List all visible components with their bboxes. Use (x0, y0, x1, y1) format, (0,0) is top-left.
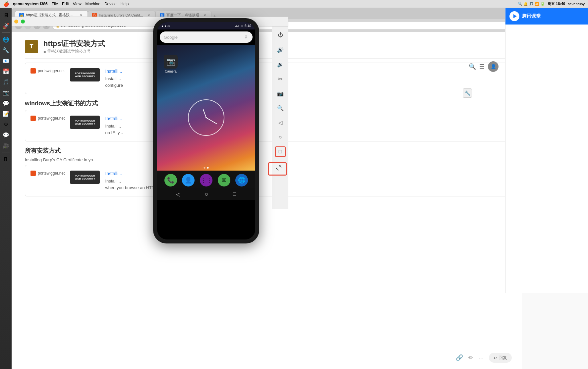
volume-down-btn[interactable]: 🔉 (275, 59, 286, 70)
menubar-right: 🔍 🔔 🎵 📶 🔋 周五 18:40 sevenruby (518, 1, 585, 6)
hamburger-icon[interactable]: ☰ (479, 63, 485, 70)
edit-icon[interactable]: ✏ (468, 354, 473, 361)
red-highlight-box[interactable]: ↖ (268, 162, 287, 176)
dock-calendar[interactable]: 📅 (1, 67, 11, 76)
search-icon[interactable]: 🔍 (469, 63, 476, 70)
emulator-panel: ⏻ 🔊 🔉 ✂ 📷 🔍 ◁ ○ □ ↖ (255, 17, 288, 209)
menu-file[interactable]: File (52, 2, 58, 6)
tencent-header: 腾讯课堂 (505, 8, 588, 25)
browser-top-right: 🔍 ☰ 👤 (469, 61, 499, 72)
google-search-label: Google (164, 35, 178, 40)
phone-search-bar[interactable]: Google 🎙 (160, 31, 253, 43)
dock-wechat[interactable]: 💬 (1, 130, 11, 139)
browser-content: T https证书安装方式 ■ 霍格沃兹测试学院公众号 portswigger.… (12, 32, 588, 369)
dock-tool[interactable]: 🔧 (1, 45, 11, 55)
phone-app-apps[interactable]: ⋮⋮ (200, 174, 212, 186)
card-3-site: portswigger.net (38, 171, 65, 176)
phone-app-messages[interactable]: ✉ (218, 174, 230, 186)
volume-up-btn[interactable]: 🔊 (275, 44, 286, 55)
dot-2 (207, 167, 209, 169)
reply-label: 回复 (499, 355, 507, 361)
card-3-logo: PORTSWIGGERWEB SECURITY (70, 171, 100, 184)
browser-window: 🔒 https证书安装方式 · 霍格沃兹... ✕ B Installing B… (12, 8, 588, 369)
card-3-favicon (30, 171, 36, 176)
emulator-max-btn[interactable] (21, 20, 25, 24)
dock-mail[interactable]: 📧 (1, 56, 11, 65)
dock-launchpad[interactable]: 🚀 (1, 21, 11, 30)
tencent-logo-text: 腾讯课堂 (522, 13, 541, 19)
dock-messages[interactable]: 💬 (1, 98, 11, 108)
card-1-site: portswigger.net (38, 69, 65, 73)
battery-icon-phone: ▭ (167, 25, 170, 27)
cursor-icon: ↖ (275, 166, 279, 172)
phone-camera-app[interactable]: 📷 Camera (164, 55, 178, 73)
tencent-play-btn[interactable] (509, 11, 519, 21)
phone-app-contacts[interactable]: 👤 (182, 174, 195, 186)
user-avatar[interactable]: 👤 (488, 61, 499, 72)
card-3-logo-text: PORTSWIGGERWEB SECURITY (75, 174, 95, 180)
dock-notes[interactable]: 📝 (1, 109, 11, 118)
phone-screen[interactable]: ▲ ■ ▭ ⊿⊿ ▭ 6:40 Google 🎙 📷 (157, 22, 255, 239)
emulator-sidebar: ⏻ 🔊 🔉 ✂ 📷 🔍 ◁ ○ □ ↖ (272, 26, 288, 209)
dock-chrome[interactable]: 🌐 (1, 35, 11, 44)
menu-view[interactable]: View (73, 2, 82, 6)
apple-logo-icon[interactable]: 🍎 (3, 1, 9, 7)
bottom-actions: 🔗 ✏ ··· ↩ 回复 (456, 353, 512, 363)
dock-finder[interactable]: 🖥 (1, 11, 11, 20)
mic-icon[interactable]: 🎙 (244, 34, 249, 40)
wrench-button[interactable]: 🔧 (463, 88, 472, 98)
phone-app-phone[interactable]: 📞 (164, 174, 177, 186)
tencent-panel: 腾讯课堂 (505, 8, 588, 293)
dock-photos[interactable]: 📷 (1, 88, 11, 97)
phone-nav-bar: ◁ ○ □ (157, 188, 255, 200)
home-nav-btn[interactable]: ○ (275, 132, 286, 142)
recents-nav-btn[interactable]: □ (275, 146, 286, 157)
dock-trash[interactable]: 🗑 (1, 154, 11, 164)
emulator-min-btn[interactable] (14, 20, 18, 24)
back-nav-btn[interactable]: ◁ (275, 117, 286, 128)
phone-home-bg[interactable]: 📷 Camera (157, 45, 255, 171)
zoom-btn[interactable]: 🔍 (275, 103, 286, 113)
nav-recents[interactable]: □ (233, 191, 236, 197)
nav-back[interactable]: ◁ (176, 191, 180, 197)
link-icon[interactable]: 🔗 (456, 354, 463, 361)
camera-app-label: Camera (165, 70, 177, 73)
network-icon: ⊿⊿ (235, 25, 239, 27)
dock-zoom[interactable]: 🎥 (1, 141, 11, 150)
phone-container: ▲ ■ ▭ ⊿⊿ ▭ 6:40 Google 🎙 📷 (153, 18, 259, 243)
phone-body: ▲ ■ ▭ ⊿⊿ ▭ 6:40 Google 🎙 📷 (153, 18, 259, 243)
dock-music[interactable]: 🎵 (1, 77, 11, 86)
tencent-logo: 腾讯课堂 (509, 11, 541, 21)
menu-edit[interactable]: Edit (62, 2, 69, 6)
clock-center (206, 117, 207, 118)
tencent-content (505, 25, 588, 32)
menu-machine[interactable]: Machine (86, 2, 100, 6)
card-3-link[interactable]: Installi... (105, 171, 122, 176)
phone-dock: 📞 👤 ⋮⋮ ✉ 🌐 (157, 171, 255, 188)
menu-help[interactable]: Help (121, 2, 129, 6)
battery-percent-icon: ▭ (241, 25, 243, 27)
card-1-logo-text: PORTSWIGGERWEB SECURITY (75, 72, 95, 78)
clock-hour-hand (203, 109, 206, 118)
phone-notch (196, 18, 216, 21)
card-2-link[interactable]: Installi... (105, 116, 122, 121)
phone-app-browser[interactable]: 🌐 (235, 174, 248, 186)
subtitle-icon: ■ (43, 49, 46, 54)
menu-items: File Edit View Machine Device Help (52, 2, 129, 6)
dock-divider-2 (2, 152, 10, 152)
card-2-favicon (30, 116, 36, 121)
nav-home[interactable]: ○ (205, 191, 208, 198)
power-btn[interactable]: ⏻ (275, 30, 286, 40)
webpage: T https证书安装方式 ■ 霍格沃兹测试学院公众号 portswigger.… (12, 32, 588, 369)
dock-settings[interactable]: ⚙ (1, 120, 11, 129)
screenshot-btn[interactable]: 📷 (275, 88, 286, 99)
phone-clock (188, 99, 224, 136)
more-icon[interactable]: ··· (479, 354, 484, 361)
tencent-play-icon (513, 14, 517, 18)
card-1-link[interactable]: Installi... (105, 69, 122, 74)
reply-button[interactable]: ↩ 回复 (489, 353, 512, 363)
menu-device[interactable]: Device (104, 2, 117, 6)
card-2-logo-text: PORTSWIGGERWEB SECURITY (75, 119, 95, 125)
phone-time: 6:40 (245, 24, 251, 28)
rotate-btn[interactable]: ✂ (275, 74, 286, 84)
